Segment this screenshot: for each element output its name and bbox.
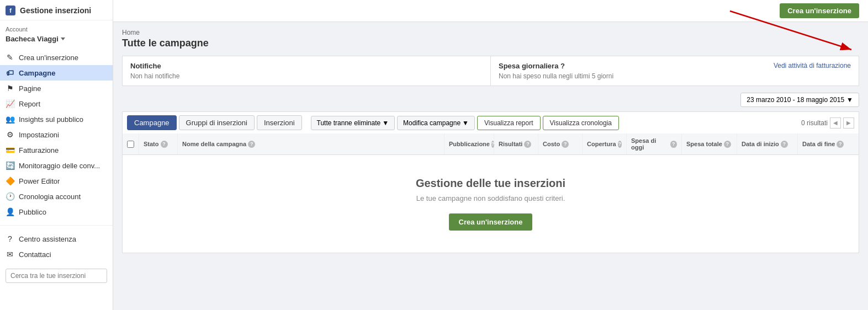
empty-state-title: Gestione delle tue inserzioni bbox=[134, 177, 848, 190]
empty-state: Gestione delle tue inserzioni Le tue cam… bbox=[123, 155, 859, 253]
costo-help-icon[interactable]: ? bbox=[562, 141, 569, 148]
modifica-dropdown-icon: ▼ bbox=[462, 119, 469, 127]
sidebar-item-label: Crea un'inserzione bbox=[19, 54, 78, 62]
modifica-button[interactable]: Modifica campagne ▼ bbox=[397, 116, 475, 130]
filter-button[interactable]: Tutte tranne eliminate ▼ bbox=[311, 116, 395, 130]
sidebar-item-label: Fatturazione bbox=[19, 146, 59, 154]
sidebar-item-label: Pubblico bbox=[19, 208, 46, 216]
page-content: Home Tutte le campagne Notifiche Non hai… bbox=[113, 22, 868, 310]
sidebar-item-pagine[interactable]: ⚑Pagine bbox=[0, 81, 113, 96]
notifications-label: Notifiche bbox=[130, 62, 483, 70]
date-range-dropdown-icon: ▼ bbox=[846, 96, 853, 104]
notifications-section: Notifiche Non hai notifiche bbox=[123, 56, 491, 85]
modifica-label: Modifica campagne bbox=[403, 119, 461, 127]
ris-help-icon[interactable]: ? bbox=[524, 141, 531, 148]
inizio-help-icon[interactable]: ? bbox=[781, 141, 788, 148]
create-ad-button-empty[interactable]: Crea un'inserzione bbox=[449, 213, 533, 231]
tot-help-icon[interactable]: ? bbox=[724, 141, 731, 148]
th-fine: Data di fine ? bbox=[798, 133, 859, 154]
sidebar-header: f Gestione inserzioni bbox=[0, 0, 113, 20]
report-button[interactable]: Visualizza report bbox=[477, 116, 541, 130]
impostazioni-icon: ⚙ bbox=[6, 130, 14, 139]
billing-value: Non hai speso nulla negli ultimi 5 giorn… bbox=[499, 72, 613, 80]
pubblico-icon: 👤 bbox=[6, 207, 14, 216]
tabs-row: Campagne Gruppi di inserzioni Inserzioni… bbox=[122, 111, 859, 133]
sidebar-item-report[interactable]: 📈Report bbox=[0, 96, 113, 111]
sidebar-item-contattaci[interactable]: ✉Contattaci bbox=[0, 247, 113, 262]
stato-help-icon[interactable]: ? bbox=[161, 141, 168, 148]
facebook-icon: f bbox=[6, 6, 15, 15]
nome-help-icon[interactable]: ? bbox=[248, 141, 255, 148]
th-tot: Spesa totale ? bbox=[682, 133, 737, 154]
report-icon: 📈 bbox=[6, 99, 14, 108]
sidebar-item-cronologia[interactable]: 🕐Cronologia account bbox=[0, 189, 113, 204]
results-count: 0 risultati bbox=[801, 119, 828, 127]
date-range-button[interactable]: 23 marzo 2010 - 18 maggio 2015 ▼ bbox=[740, 93, 859, 107]
contattaci-icon: ✉ bbox=[6, 250, 14, 259]
sidebar-item-centro[interactable]: ?Centro assistenza bbox=[0, 231, 113, 247]
sidebar-item-impostazioni[interactable]: ⚙Impostazioni bbox=[0, 127, 113, 142]
tab-gruppi[interactable]: Gruppi di inserzioni bbox=[179, 115, 255, 130]
cronologia-button[interactable]: Visualizza cronologia bbox=[543, 116, 620, 130]
sidebar-item-label: Campagne bbox=[19, 69, 55, 77]
top-bar: Crea un'inserzione bbox=[113, 0, 868, 22]
breadcrumb: Home bbox=[122, 29, 859, 36]
fatturazione-icon: 💳 bbox=[6, 146, 14, 154]
th-checkbox bbox=[123, 133, 139, 154]
select-all-checkbox[interactable] bbox=[127, 141, 134, 148]
sidebar-item-label: Insights sul pubblico bbox=[19, 115, 83, 124]
fine-help-icon[interactable]: ? bbox=[837, 141, 844, 148]
sidebar-item-label: Contattaci bbox=[19, 250, 51, 259]
info-box: Notifiche Non hai notifiche Spesa giorna… bbox=[122, 56, 859, 86]
campagne-icon: 🏷 bbox=[6, 68, 14, 77]
sidebar-item-power[interactable]: 🔶Power Editor bbox=[0, 173, 113, 189]
sidebar-item-monitoraggio[interactable]: 🔄Monitoraggio delle conv... bbox=[0, 158, 113, 173]
cop-help-icon[interactable]: ? bbox=[618, 141, 622, 148]
breadcrumb-home[interactable]: Home bbox=[122, 29, 140, 36]
page-title: Tutte le campagne bbox=[122, 38, 859, 49]
account-dropdown-arrow bbox=[61, 38, 65, 40]
centro-icon: ? bbox=[6, 234, 14, 243]
table-header: Stato ? Nome della campagna ? Pubblicazi… bbox=[123, 133, 859, 155]
oggi-help-icon[interactable]: ? bbox=[670, 141, 677, 148]
tab-campagne[interactable]: Campagne bbox=[127, 115, 177, 130]
cronologia-icon: 🕐 bbox=[6, 192, 14, 201]
main-content: Crea un'inserzione Home Tutte le campagn… bbox=[113, 0, 868, 310]
sidebar-item-label: Cronologia account bbox=[19, 193, 81, 201]
th-costo: Costo ? bbox=[538, 133, 583, 154]
th-inizio: Data di inizio ? bbox=[737, 133, 798, 154]
th-pub: Pubblicazione ? bbox=[444, 133, 494, 154]
sidebar-item-fatturazione[interactable]: 💳Fatturazione bbox=[0, 142, 113, 158]
campaigns-table: Stato ? Nome della campagna ? Pubblicazi… bbox=[122, 133, 859, 253]
next-page-button[interactable]: ▶ bbox=[843, 117, 854, 129]
create-ad-button-top[interactable]: Crea un'inserzione bbox=[780, 3, 859, 18]
sidebar-item-insights[interactable]: 👥Insights sul pubblico bbox=[0, 111, 113, 127]
billing-section: Spesa giornaliera ? Non hai speso nulla … bbox=[491, 56, 859, 85]
sidebar-item-label: Impostazioni bbox=[19, 131, 59, 139]
app-title: Gestione inserzioni bbox=[20, 6, 91, 15]
sidebar-item-label: Pagine bbox=[19, 84, 41, 93]
tab-inserzioni[interactable]: Inserzioni bbox=[257, 115, 302, 130]
filter-label: Tutte tranne eliminate bbox=[317, 119, 381, 127]
sidebar: f Gestione inserzioni Account Bacheca Vi… bbox=[0, 0, 113, 310]
th-ris: Risultati ? bbox=[494, 133, 538, 154]
date-range-label: 23 marzo 2010 - 18 maggio 2015 bbox=[747, 96, 844, 104]
sidebar-item-crea[interactable]: ✎Crea un'inserzione bbox=[0, 50, 113, 65]
th-oggi: Spesa di oggi ? bbox=[627, 133, 682, 154]
insights-icon: 👥 bbox=[6, 115, 14, 124]
date-range-row: 23 marzo 2010 - 18 maggio 2015 ▼ bbox=[122, 93, 859, 107]
pagine-icon: ⚑ bbox=[6, 84, 14, 93]
notifications-value: Non hai notifiche bbox=[130, 72, 483, 80]
sidebar-footer-nav: ?Centro assistenza✉Contattaci bbox=[0, 229, 113, 264]
sidebar-divider bbox=[0, 225, 113, 226]
account-name[interactable]: Bacheca Viaggi bbox=[0, 34, 113, 47]
sidebar-item-pubblico[interactable]: 👤Pubblico bbox=[0, 204, 113, 220]
power-icon: 🔶 bbox=[6, 177, 14, 185]
th-stato: Stato ? bbox=[139, 133, 178, 154]
sidebar-item-campagne[interactable]: 🏷Campagne bbox=[0, 65, 113, 81]
prev-page-button[interactable]: ◀ bbox=[830, 117, 841, 129]
monitoraggio-icon: 🔄 bbox=[6, 161, 14, 170]
sidebar-item-label: Power Editor bbox=[19, 177, 60, 185]
search-input[interactable] bbox=[6, 269, 107, 283]
billing-link[interactable]: Vedi attività di fatturazione bbox=[774, 62, 851, 70]
